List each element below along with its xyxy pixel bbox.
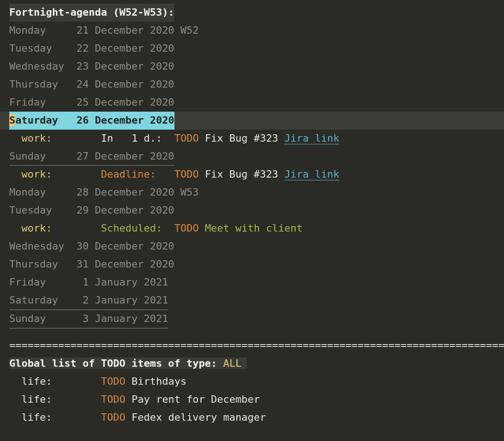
agenda-day[interactable]: Tuesday 29 December 2020 xyxy=(9,204,174,216)
todo-item-text: Birthdays xyxy=(132,375,186,387)
todo-item-category: life: xyxy=(22,375,101,387)
todo-item-text: Pay rent for December xyxy=(132,393,260,405)
agenda-entry-text: Meet with client xyxy=(205,222,303,234)
todo-section-header: Global list of TODO items of type: ALL xyxy=(9,355,504,373)
todo-item-category: life: xyxy=(22,393,101,405)
agenda-entry[interactable]: work: Scheduled: TODO Meet with client xyxy=(9,220,504,238)
agenda-day[interactable]: Saturday 2 January 2021 xyxy=(9,292,168,310)
todo-item-text: Fedex delivery manager xyxy=(132,411,266,423)
todo-keyword: TODO xyxy=(174,222,199,234)
todo-item[interactable]: life: TODO Pay rent for December xyxy=(9,391,504,409)
todo-keyword: TODO xyxy=(101,375,126,387)
agenda-entry[interactable]: work: In 1 d.: TODO Fix Bug #323 Jira li… xyxy=(9,130,504,148)
agenda-entry-text: Fix Bug #323 xyxy=(205,132,278,144)
agenda-day-current[interactable]: Saturday 26 December 2020 xyxy=(0,112,504,130)
section-divider: ========================================… xyxy=(9,337,504,355)
agenda-entry[interactable]: work: Deadline: TODO Fix Bug #323 Jira l… xyxy=(9,166,504,184)
agenda-day[interactable]: Wednesday 23 December 2020 xyxy=(9,60,174,72)
todo-keyword: TODO xyxy=(174,132,199,144)
agenda-day[interactable]: Sunday 27 December 2020 xyxy=(9,148,174,166)
agenda-day[interactable]: Tuesday 22 December 2020 xyxy=(9,42,174,54)
agenda-entry-category: work: xyxy=(22,168,101,180)
agenda-day[interactable]: Monday 21 December 2020 W52 xyxy=(9,24,199,36)
agenda-day[interactable]: Saturday 26 December 2020 xyxy=(9,112,174,130)
cursor: S xyxy=(9,114,15,126)
agenda-entry-schedule: Deadline: xyxy=(101,168,168,180)
agenda-day[interactable]: Thursday 24 December 2020 xyxy=(9,78,174,90)
todo-item-category: life: xyxy=(22,411,101,423)
agenda-title: Fortnight-agenda (W52-W53): xyxy=(9,4,174,22)
agenda-day[interactable]: Monday 28 December 2020 W53 xyxy=(9,186,199,198)
todo-item[interactable]: life: TODO Fedex delivery manager xyxy=(9,409,504,427)
agenda-entry-schedule: Scheduled: xyxy=(101,222,168,234)
agenda-day[interactable]: Friday 1 January 2021 xyxy=(9,276,168,288)
agenda-entry-category: work: xyxy=(22,222,101,234)
todo-item[interactable]: life: TODO Birthdays xyxy=(9,373,504,391)
todo-keyword: TODO xyxy=(174,168,199,180)
agenda-entry-category: work: xyxy=(22,132,101,144)
agenda-day[interactable]: Friday 25 December 2020 xyxy=(9,96,174,108)
todo-filter[interactable]: ALL xyxy=(223,358,247,369)
agenda-entry-text: Fix Bug #323 xyxy=(205,168,278,180)
org-agenda-view[interactable]: Fortnight-agenda (W52-W53): Monday 21 De… xyxy=(0,0,504,436)
agenda-day[interactable]: Wednesday 30 December 2020 xyxy=(9,240,174,252)
agenda-day[interactable]: Thursday 31 December 2020 xyxy=(9,258,174,270)
agenda-entry-schedule: In 1 d.: xyxy=(101,132,168,144)
agenda-entry-link[interactable]: Jira link xyxy=(284,132,339,144)
todo-section-title: Global list of TODO items of type: xyxy=(9,358,223,369)
todo-keyword: TODO xyxy=(101,411,126,423)
agenda-day[interactable]: Sunday 3 January 2021 xyxy=(9,310,168,328)
agenda-entry-link[interactable]: Jira link xyxy=(284,168,339,180)
todo-keyword: TODO xyxy=(101,393,126,405)
